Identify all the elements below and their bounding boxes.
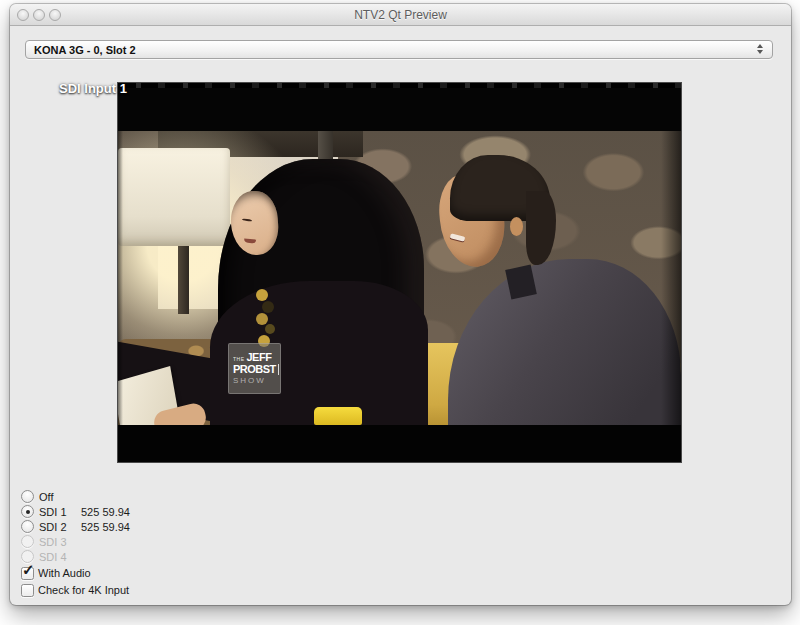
radio-label-sdi-4: SDI 4 bbox=[39, 551, 81, 563]
logo-show: SHOW bbox=[233, 377, 280, 385]
man-hair-back bbox=[526, 191, 556, 265]
radio-button-off[interactable] bbox=[21, 490, 34, 503]
video-frame: THE JEFF PROBST SHOW bbox=[118, 131, 681, 425]
checkbox-label-with-audio[interactable]: With Audio bbox=[38, 567, 91, 579]
lamp-stem bbox=[178, 246, 189, 314]
video-preview: THE JEFF PROBST SHOW bbox=[118, 83, 681, 462]
radio-label-sdi-1[interactable]: SDI 1 bbox=[39, 506, 81, 518]
radio-button-sdi-2[interactable] bbox=[21, 520, 34, 533]
radio-label-sdi-2[interactable]: SDI 2 bbox=[39, 521, 81, 533]
logo-jeff: JEFF bbox=[247, 352, 272, 363]
radio-row-sdi-3: SDI 3 bbox=[21, 534, 130, 549]
bead-necklace bbox=[256, 289, 268, 301]
checkbox-row-with-audio[interactable]: With Audio bbox=[21, 565, 130, 581]
checkbox-4k-input[interactable] bbox=[21, 584, 34, 597]
frame-right-shadow bbox=[661, 131, 681, 425]
app-window: NTV2 Qt Preview KONA 3G - 0, Slot 2 SDI … bbox=[10, 4, 791, 605]
sdi-input-label: SDI Input 1 bbox=[59, 81, 127, 96]
device-select-value: KONA 3G - 0, Slot 2 bbox=[26, 44, 136, 56]
screenshot-canvas: NTV2 Qt Preview KONA 3G - 0, Slot 2 SDI … bbox=[0, 0, 800, 625]
radio-value-sdi-2: 525 59.94 bbox=[81, 521, 130, 533]
checkbox-row-4k-input[interactable]: Check for 4K Input bbox=[21, 582, 130, 598]
radio-label-off[interactable]: Off bbox=[39, 491, 81, 503]
checkbox-with-audio[interactable] bbox=[21, 567, 34, 580]
radio-row-sdi-1[interactable]: SDI 1 525 59.94 bbox=[21, 504, 130, 519]
man-ear bbox=[510, 217, 523, 236]
radio-row-off[interactable]: Off bbox=[21, 489, 130, 504]
checkbox-label-4k-input[interactable]: Check for 4K Input bbox=[38, 584, 129, 596]
vbi-glitch-line bbox=[118, 83, 681, 88]
logo-the: THE bbox=[233, 357, 245, 363]
radio-row-sdi-4: SDI 4 bbox=[21, 549, 130, 564]
frame-left-shadow bbox=[118, 131, 123, 425]
radio-button-sdi-3 bbox=[21, 535, 34, 548]
window-title: NTV2 Qt Preview bbox=[10, 8, 791, 22]
device-select[interactable]: KONA 3G - 0, Slot 2 bbox=[25, 40, 773, 59]
lamp-shade bbox=[118, 148, 230, 246]
title-bar[interactable]: NTV2 Qt Preview bbox=[10, 4, 791, 26]
show-logo: THE JEFF PROBST SHOW bbox=[228, 343, 281, 394]
yellow-mug bbox=[314, 407, 362, 425]
man-body bbox=[448, 259, 681, 425]
logo-probst: PROBST bbox=[233, 364, 279, 375]
radio-button-sdi-1[interactable] bbox=[21, 505, 34, 518]
radio-label-sdi-3: SDI 3 bbox=[39, 536, 81, 548]
stepper-arrows-icon bbox=[757, 44, 763, 54]
letterbox-top bbox=[118, 83, 681, 131]
radio-row-sdi-2[interactable]: SDI 2 525 59.94 bbox=[21, 519, 130, 534]
radio-value-sdi-1: 525 59.94 bbox=[81, 506, 130, 518]
input-controls: Off SDI 1 525 59.94 SDI 2 525 59.94 SDI … bbox=[21, 489, 130, 598]
letterbox-bottom bbox=[118, 425, 681, 462]
